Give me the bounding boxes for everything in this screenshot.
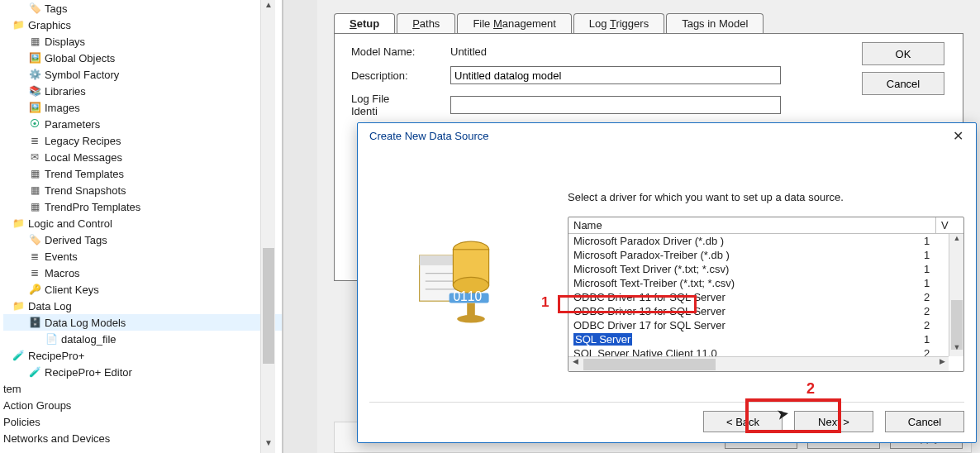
tree-item[interactable]: Legacy Recipes <box>3 132 282 149</box>
tree-item-icon <box>28 184 41 197</box>
tree-item-label: Client Keys <box>45 284 99 296</box>
tree-item-icon <box>12 299 25 312</box>
setup-tab[interactable]: File Management <box>457 13 571 33</box>
setup-tab[interactable]: Setup <box>334 13 395 33</box>
wizard-next-button[interactable]: Next > <box>794 411 873 432</box>
tree-item-label: Global Objects <box>45 52 115 64</box>
driver-row[interactable]: Microsoft Paradox Driver (*.db )1 <box>568 234 949 248</box>
tree-item[interactable]: Derived Tags <box>3 231 282 248</box>
driver-name: Microsoft Paradox Driver (*.db ) <box>568 235 921 247</box>
hscroll-right-icon[interactable]: ▶ <box>935 357 949 372</box>
tree-item[interactable]: Tags <box>3 0 282 17</box>
tree-item-label: Images <box>45 102 80 114</box>
logfile-label: Log File Identi <box>351 93 450 117</box>
setup-tab[interactable]: Tags in Model <box>666 13 764 33</box>
scroll-up-icon[interactable]: ▲ <box>261 0 276 15</box>
tree-item-label: Parameters <box>45 118 100 131</box>
wizard-close-icon[interactable]: ✕ <box>948 128 968 145</box>
scroll-down-icon[interactable]: ▼ <box>261 438 276 453</box>
driver-vscroll[interactable]: ▲ ▼ <box>949 234 963 356</box>
setup-cancel-button[interactable]: Cancel <box>862 72 944 95</box>
vscroll-up-icon[interactable]: ▲ <box>949 234 964 247</box>
driver-row[interactable]: ODBC Driver 11 for SQL Server2 <box>568 290 949 304</box>
tree-item-label: Logic and Control <box>28 217 112 230</box>
tree-item-label: RecipePro+ <box>28 350 84 362</box>
tree-item-label: Libraries <box>45 85 86 98</box>
driver-row[interactable]: Microsoft Paradox-Treiber (*.db )1 <box>568 248 949 262</box>
tree-item[interactable]: tem <box>3 380 282 397</box>
tree-item-label: Tags <box>45 2 67 15</box>
tree-item-label: tem <box>3 383 21 395</box>
tree-item[interactable]: RecipePro+ Editor <box>3 364 282 380</box>
tree-item-icon <box>28 101 41 114</box>
wizard-cancel-button[interactable]: Cancel <box>885 411 964 432</box>
description-input[interactable] <box>450 66 781 84</box>
tree-item[interactable]: Trend Templates <box>3 165 282 182</box>
svg-rect-10 <box>467 303 475 317</box>
tree-item[interactable]: Policies <box>3 413 282 430</box>
tree-item[interactable]: Data Log Models <box>3 314 282 331</box>
driver-row[interactable]: SQL Server1 <box>568 332 949 346</box>
setup-tab[interactable]: Log Triggers <box>573 13 664 33</box>
tree-item-icon <box>28 68 41 81</box>
tree-item-label: Legacy Recipes <box>45 135 121 147</box>
wizard-back-button[interactable]: < Back <box>703 411 783 432</box>
tree-item[interactable]: Global Objects <box>3 50 282 66</box>
tree-item-label: Derived Tags <box>45 234 107 246</box>
tree-item[interactable]: TrendPro Templates <box>3 198 282 215</box>
tree-scrollbar[interactable]: ▲ ▼ <box>260 0 275 453</box>
logfile-input[interactable] <box>450 96 781 114</box>
driver-name: SQL Server Native Client 11.0 <box>568 347 921 356</box>
tree-item-icon <box>28 134 41 147</box>
tree-item[interactable]: datalog_file <box>3 331 282 347</box>
tree-item[interactable]: Images <box>3 99 282 116</box>
project-tree[interactable]: TagsGraphicsDisplaysGlobal ObjectsSymbol… <box>0 0 283 453</box>
tree-item[interactable]: Displays <box>3 33 282 50</box>
tree-item[interactable]: Networks and Devices <box>3 430 282 446</box>
driver-row[interactable]: Microsoft Text Driver (*.txt; *.csv)1 <box>568 262 949 276</box>
tree-item[interactable]: RecipePro+ <box>3 347 282 364</box>
tree-item-icon <box>28 84 41 98</box>
tree-item[interactable]: Parameters <box>3 116 282 132</box>
tree-item[interactable]: Logic and Control <box>3 215 282 231</box>
driver-row[interactable]: Microsoft Text-Treiber (*.txt; *.csv)1 <box>568 276 949 290</box>
tree-item[interactable]: Action Groups <box>3 397 282 413</box>
vscroll-down-icon[interactable]: ▼ <box>949 343 964 356</box>
tree-item-icon <box>28 283 41 296</box>
hscroll-left-icon[interactable]: ◀ <box>568 357 582 372</box>
tree-item[interactable]: Symbol Factory <box>3 66 282 83</box>
tree-item[interactable]: Data Log <box>3 298 282 314</box>
driver-row[interactable]: ODBC Driver 17 for SQL Server2 <box>568 318 949 332</box>
tree-item-icon <box>28 316 41 329</box>
setup-ok-button[interactable]: OK <box>862 42 944 65</box>
tree-item-label: Data Log Models <box>45 317 126 329</box>
tree-item[interactable]: Macros <box>3 265 282 281</box>
tree-item[interactable]: Client Keys <box>3 281 282 298</box>
col-version-header[interactable]: V <box>935 217 963 233</box>
driver-hscroll[interactable]: ◀ ▶ <box>568 356 949 371</box>
scroll-thumb[interactable] <box>263 248 274 364</box>
svg-point-11 <box>457 315 485 323</box>
driver-name: SQL Server <box>568 333 921 346</box>
driver-version: 2 <box>921 347 949 356</box>
tree-item-label: Action Groups <box>3 399 71 412</box>
tree-item[interactable]: Libraries <box>3 83 282 99</box>
col-name-header[interactable]: Name <box>568 217 935 233</box>
tree-item-label: TrendPro Templates <box>45 201 140 213</box>
driver-name: Microsoft Text-Treiber (*.txt; *.csv) <box>568 277 921 289</box>
tree-item[interactable]: Local Messages <box>3 149 282 165</box>
tree-item[interactable]: Graphics <box>3 17 282 33</box>
tree-item-label: Symbol Factory <box>45 69 119 81</box>
tree-item-icon <box>28 2 41 15</box>
tree-item-icon <box>28 365 41 379</box>
tree-item[interactable]: Events <box>3 248 282 265</box>
vscroll-thumb[interactable] <box>951 300 963 350</box>
setup-tab[interactable]: Paths <box>397 13 455 33</box>
tree-item-label: RecipePro+ Editor <box>45 366 132 379</box>
driver-version: 1 <box>921 263 949 275</box>
driver-row[interactable]: ODBC Driver 13 for SQL Server2 <box>568 304 949 318</box>
hscroll-thumb[interactable] <box>583 359 716 370</box>
driver-row[interactable]: SQL Server Native Client 11.02 <box>568 346 949 356</box>
tree-item[interactable]: Trend Snapshots <box>3 182 282 198</box>
driver-name: Microsoft Text Driver (*.txt; *.csv) <box>568 263 921 275</box>
